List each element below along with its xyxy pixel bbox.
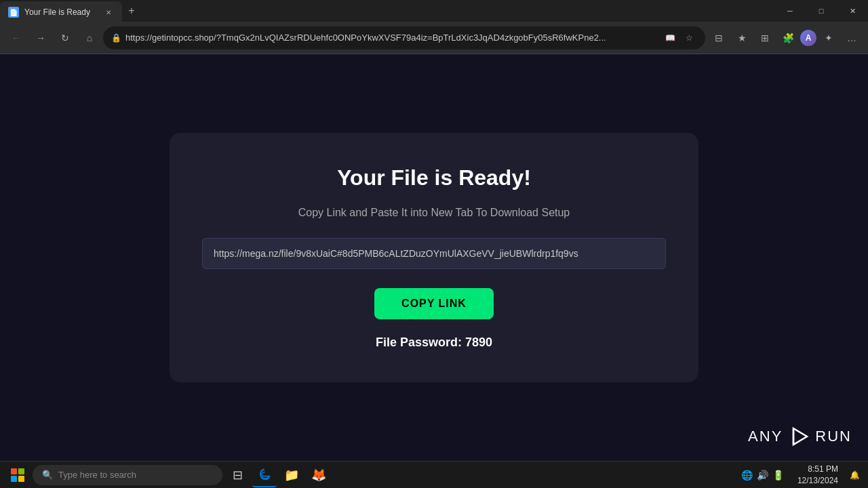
network-icon[interactable]: 🌐: [741, 470, 753, 481]
win-square-3: [11, 476, 17, 482]
download-card: Your File is Ready! Copy Link and Paste …: [170, 133, 698, 382]
tab-title: Your File is Ready: [24, 7, 98, 17]
main-content: Your File is Ready! Copy Link and Paste …: [0, 54, 868, 461]
explorer-taskbar-icon[interactable]: 📁: [279, 463, 304, 487]
win-square-1: [11, 468, 17, 474]
browser-tab[interactable]: 📄 Your File is Ready ✕: [0, 1, 122, 23]
edge-taskbar-icon[interactable]: [252, 463, 277, 487]
anyrun-text: ANY: [748, 428, 783, 445]
win-square-4: [18, 476, 24, 482]
title-bar: 📄 Your File is Ready ✕ + ─ □ ✕: [0, 0, 868, 22]
address-bar[interactable]: 🔒 https://getintopcc.shop/?TmqGx2nLvQIAZ…: [103, 26, 705, 49]
tab-favicon: 📄: [8, 7, 19, 18]
battery-icon[interactable]: 🔋: [772, 470, 784, 481]
start-button[interactable]: [5, 463, 30, 487]
read-aloud-icon[interactable]: 📖: [662, 30, 678, 46]
clock[interactable]: 8:51 PM 12/13/2024: [792, 464, 844, 487]
minimize-button[interactable]: ─: [774, 0, 806, 22]
firefox-taskbar-icon[interactable]: 🦊: [307, 463, 331, 487]
task-view-icon: ⊟: [233, 468, 243, 483]
clock-date: 12/13/2024: [797, 475, 838, 487]
notification-button[interactable]: 🔔: [846, 467, 863, 483]
home-icon: ⌂: [87, 33, 92, 43]
maximize-button[interactable]: □: [806, 0, 837, 22]
anyrun-run-text: RUN: [815, 428, 852, 445]
forward-button[interactable]: →: [30, 27, 52, 49]
speaker-icon[interactable]: 🔊: [757, 470, 768, 481]
windows-icon: [11, 468, 24, 482]
card-subtitle: Copy Link and Paste It into New Tab To D…: [202, 207, 666, 219]
profile-avatar[interactable]: A: [800, 30, 816, 46]
taskbar-search[interactable]: 🔍 Type here to search: [33, 465, 222, 485]
system-tray: 🌐 🔊 🔋: [736, 470, 789, 481]
copy-link-button[interactable]: COPY LINK: [374, 288, 494, 319]
anyrun-logo: ANY RUN: [748, 426, 852, 447]
extensions-button[interactable]: 🧩: [777, 27, 799, 49]
split-screen-button[interactable]: ⊟: [708, 27, 730, 49]
task-view-button[interactable]: ⊟: [225, 463, 250, 487]
search-icon: 🔍: [42, 470, 53, 480]
refresh-icon: ↻: [61, 33, 69, 43]
collections-button[interactable]: ⊞: [754, 27, 776, 49]
svg-marker-0: [793, 428, 807, 445]
refresh-button[interactable]: ↻: [54, 27, 76, 49]
taskbar-right: 🌐 🔊 🔋 8:51 PM 12/13/2024 🔔: [736, 464, 863, 487]
window-controls: ─ □ ✕: [774, 0, 868, 22]
search-placeholder: Type here to search: [58, 470, 136, 480]
win-square-2: [18, 468, 24, 474]
tab-close-button[interactable]: ✕: [103, 7, 114, 18]
back-button[interactable]: ←: [5, 27, 27, 49]
edge-icon: [258, 468, 271, 481]
star-icon[interactable]: ☆: [681, 30, 697, 46]
tab-bar: 📄 Your File is Ready ✕ +: [0, 0, 141, 22]
browser-toolbar: ← → ↻ ⌂ 🔒 https://getintopcc.shop/?TmqGx…: [0, 22, 868, 54]
card-title: Your File is Ready!: [202, 165, 666, 190]
link-display: https://mega.nz/file/9v8xUaiC#8d5PMB6cAL…: [202, 238, 666, 269]
back-icon: ←: [12, 33, 21, 43]
forward-icon: →: [36, 33, 45, 43]
taskbar: 🔍 Type here to search ⊟ 📁 🦊 🌐 🔊 🔋 8:51 P…: [0, 461, 868, 488]
clock-time: 8:51 PM: [797, 464, 838, 475]
toolbar-right: ⊟ ★ ⊞ 🧩 A ✦ …: [708, 27, 863, 49]
address-bar-icons: 📖 ☆: [662, 30, 697, 46]
anyrun-play-icon: [788, 426, 810, 447]
notification-icon: 🔔: [850, 470, 860, 480]
new-tab-button[interactable]: +: [122, 1, 141, 20]
firefox-icon: 🦊: [311, 468, 326, 483]
home-button[interactable]: ⌂: [79, 27, 100, 49]
close-button[interactable]: ✕: [837, 0, 868, 22]
settings-button[interactable]: …: [841, 27, 863, 49]
title-bar-left: 📄 Your File is Ready ✕ +: [0, 0, 141, 22]
favorites-button[interactable]: ★: [731, 27, 753, 49]
explorer-icon: 📁: [284, 468, 299, 483]
file-password: File Password: 7890: [202, 336, 666, 350]
copilot-button[interactable]: ✦: [818, 27, 840, 49]
address-text: https://getintopcc.shop/?TmqGx2nLvQIAZsr…: [125, 33, 658, 43]
lock-icon: 🔒: [111, 33, 121, 43]
